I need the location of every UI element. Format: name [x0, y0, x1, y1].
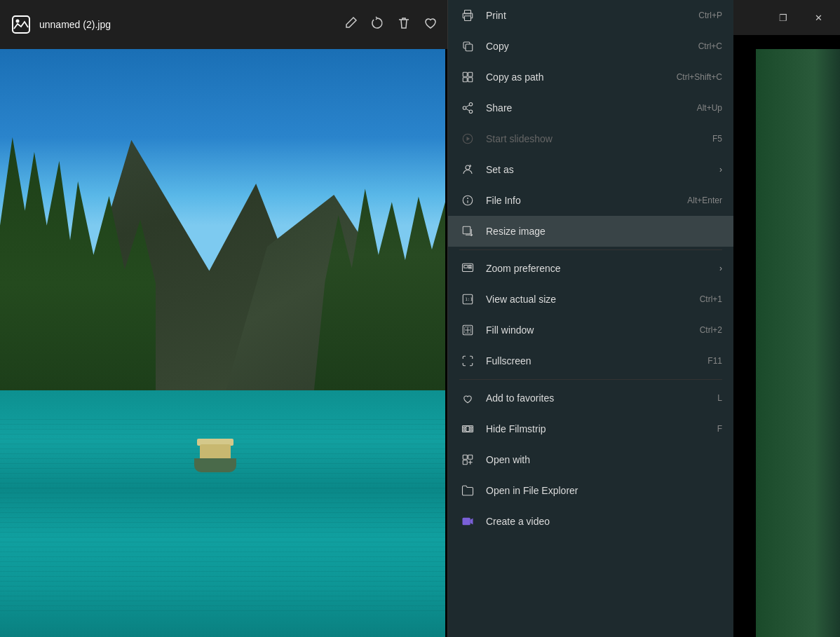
- copy-icon: [459, 38, 476, 55]
- resize-icon: [459, 223, 476, 240]
- actual-size-icon: 1:1: [459, 291, 476, 308]
- svg-rect-33: [470, 427, 472, 428]
- close-button[interactable]: ✕: [802, 6, 834, 29]
- menu-item-file-info[interactable]: File Info Alt+Enter: [448, 185, 733, 216]
- copy-path-icon: [459, 69, 476, 85]
- create-video-label: Create a video: [486, 516, 722, 527]
- photo-viewer: unnamed (2).jpg: [0, 0, 840, 637]
- copy-path-label: Copy as path: [486, 71, 677, 83]
- favorites-icon: [459, 390, 476, 406]
- filmstrip-label: Hide Filmstrip: [486, 423, 717, 434]
- open-with-label: Open with: [486, 454, 722, 465]
- video-icon: [459, 513, 476, 530]
- open-with-icon: [459, 451, 476, 468]
- menu-item-start-slideshow[interactable]: Start slideshow F5: [448, 123, 733, 154]
- menu-item-zoom-preference[interactable]: Zoom preference ›: [448, 253, 733, 284]
- menu-item-copy-as-path[interactable]: Copy as path Ctrl+Shift+C: [448, 62, 733, 93]
- svg-point-4: [470, 15, 472, 16]
- svg-rect-34: [470, 430, 472, 431]
- copy-label: Copy: [486, 41, 698, 52]
- svg-rect-32: [463, 430, 465, 431]
- menu-item-open-with[interactable]: Open with: [448, 444, 733, 475]
- menu-item-share[interactable]: Share Alt+Up: [448, 93, 733, 123]
- svg-rect-23: [464, 266, 468, 268]
- menu-item-fullscreen[interactable]: Fullscreen F11: [448, 345, 733, 376]
- restore-button[interactable]: ❐: [767, 6, 799, 29]
- svg-rect-3: [465, 16, 471, 21]
- zoom-preference-arrow: ›: [719, 263, 722, 273]
- boat: [187, 434, 243, 472]
- actual-size-shortcut: Ctrl+1: [700, 294, 722, 304]
- svg-rect-21: [463, 226, 470, 234]
- svg-rect-36: [463, 455, 467, 459]
- set-as-arrow: ›: [719, 165, 722, 174]
- copy-path-shortcut: Ctrl+Shift+C: [677, 72, 722, 82]
- favorite-icon-btn[interactable]: [424, 16, 438, 34]
- title-bar: unnamed (2).jpg: [0, 0, 449, 49]
- print-icon: [459, 7, 476, 24]
- slideshow-icon: [459, 130, 476, 147]
- svg-rect-25: [469, 268, 472, 269]
- favorites-label: Add to favorites: [486, 392, 717, 404]
- image-area: [0, 49, 445, 637]
- menu-item-create-video[interactable]: Create a video: [448, 506, 733, 537]
- svg-rect-31: [463, 427, 465, 428]
- filmstrip-icon: [459, 420, 476, 437]
- svg-rect-7: [468, 72, 473, 76]
- menu-item-open-file-explorer[interactable]: Open in File Explorer: [448, 475, 733, 506]
- menu-item-view-actual-size[interactable]: 1:1 View actual size Ctrl+1: [448, 284, 733, 315]
- set-as-icon: [459, 161, 476, 178]
- delete-icon-btn[interactable]: [397, 16, 411, 34]
- file-explorer-label: Open in File Explorer: [486, 485, 722, 496]
- slideshow-shortcut: F5: [712, 134, 722, 144]
- svg-rect-35: [466, 426, 470, 432]
- app-icon: [11, 15, 31, 34]
- svg-line-13: [466, 109, 469, 111]
- zoom-icon: [459, 260, 476, 277]
- menu-item-copy[interactable]: Copy Ctrl+C: [448, 31, 733, 62]
- svg-text:1:1: 1:1: [465, 296, 473, 301]
- rotate-icon-btn[interactable]: [370, 16, 384, 34]
- filmstrip-shortcut: F: [717, 424, 722, 434]
- edit-icon-btn[interactable]: [344, 16, 358, 34]
- water: [0, 390, 445, 637]
- menu-item-fill-window[interactable]: Fill window Ctrl+2: [448, 315, 733, 345]
- image-right-strip: [756, 49, 840, 637]
- print-shortcut: Ctrl+P: [698, 11, 722, 20]
- file-info-shortcut: Alt+Enter: [687, 196, 722, 205]
- actual-size-label: View actual size: [486, 294, 700, 305]
- svg-marker-16: [467, 137, 470, 141]
- menu-item-resize-image[interactable]: Resize image: [448, 216, 733, 247]
- fullscreen-shortcut: F11: [707, 356, 722, 366]
- copy-shortcut: Ctrl+C: [698, 41, 722, 51]
- svg-rect-5: [466, 44, 473, 51]
- fullscreen-icon: [459, 352, 476, 369]
- svg-line-14: [466, 105, 469, 107]
- menu-item-set-as[interactable]: Set as ›: [448, 154, 733, 185]
- svg-rect-8: [463, 78, 467, 82]
- svg-point-11: [463, 107, 466, 110]
- zoom-preference-label: Zoom preference: [486, 263, 714, 274]
- file-info-label: File Info: [486, 195, 687, 206]
- title-bar-actions: [344, 16, 438, 34]
- fill-window-icon: [459, 322, 476, 338]
- svg-rect-24: [469, 266, 472, 267]
- svg-point-10: [469, 103, 473, 107]
- file-info-icon: [459, 192, 476, 209]
- set-as-label: Set as: [486, 164, 714, 175]
- menu-divider-1: [459, 249, 722, 250]
- menu-item-print[interactable]: Print Ctrl+P: [448, 0, 733, 31]
- favorites-shortcut: L: [717, 393, 722, 403]
- svg-rect-39: [463, 518, 470, 526]
- share-label: Share: [486, 102, 697, 114]
- file-explorer-icon: [459, 482, 476, 499]
- menu-divider-2: [459, 379, 722, 380]
- share-shortcut: Alt+Up: [697, 103, 722, 113]
- print-label: Print: [486, 10, 698, 21]
- window-controls: ❐ ✕: [728, 0, 840, 35]
- fill-window-shortcut: Ctrl+2: [700, 325, 722, 335]
- menu-item-hide-filmstrip[interactable]: Hide Filmstrip F: [448, 413, 733, 444]
- menu-item-add-to-favorites[interactable]: Add to favorites L: [448, 383, 733, 413]
- svg-point-17: [466, 165, 470, 170]
- context-menu: Print Ctrl+P Copy Ctrl+C: [447, 0, 733, 637]
